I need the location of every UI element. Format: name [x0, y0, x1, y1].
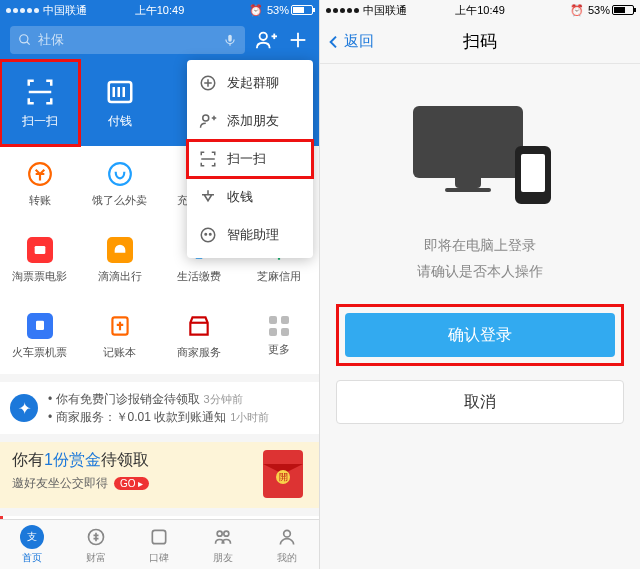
tab-koubei[interactable]: 口碑	[128, 520, 192, 569]
pay-label: 付钱	[108, 113, 132, 130]
tab-me[interactable]: 我的	[255, 520, 319, 569]
carrier-label: 中国联通	[363, 3, 407, 18]
svg-point-16	[109, 163, 131, 185]
tab-friends[interactable]: 朋友	[191, 520, 255, 569]
search-icon	[18, 33, 32, 47]
right-phone-scan-login: 中国联通 上午10:49 ⏰ 53% 返回 扫码 即将在电脑上登录 请确认是否本…	[320, 0, 640, 569]
menu-group-chat[interactable]: 发起群聊	[187, 64, 313, 102]
menu-assistant[interactable]: 智能助理	[187, 216, 313, 254]
search-placeholder: 社保	[38, 31, 64, 49]
group-chat-icon	[199, 74, 217, 92]
plus-dropdown-menu: 发起群聊 添加朋友 扫一扫 收钱 智能助理	[187, 60, 313, 258]
reward-banner[interactable]: 你有1份赏金待领取 邀好友坐公交即得GO ▸ 開	[0, 442, 319, 508]
grid-transfer[interactable]: 转账	[0, 146, 80, 222]
menu-collect[interactable]: 收钱	[187, 178, 313, 216]
search-row: 社保	[0, 20, 319, 60]
contacts-icon[interactable]	[255, 29, 277, 51]
grid-train[interactable]: 火车票机票	[0, 298, 80, 374]
grid-more[interactable]: 更多	[239, 298, 319, 374]
grid-merchant[interactable]: 商家服务	[160, 298, 240, 374]
add-friend-icon	[199, 112, 217, 130]
scan-label: 扫一扫	[22, 113, 58, 130]
svg-point-33	[203, 115, 209, 121]
friends-icon	[211, 525, 235, 549]
alarm-icon: ⏰	[249, 4, 263, 17]
scan-small-icon	[199, 150, 217, 168]
action-buttons: 确认登录 取消	[320, 304, 640, 424]
desktop-login-illustration	[405, 106, 555, 206]
movie-icon	[27, 237, 53, 263]
svg-point-38	[205, 234, 207, 236]
transfer-icon	[27, 161, 53, 187]
svg-point-3	[260, 33, 267, 40]
svg-rect-2	[228, 35, 232, 42]
chevron-left-icon	[326, 34, 342, 50]
tab-home[interactable]: 支首页	[0, 520, 64, 569]
clock-label: 上午10:49	[455, 3, 505, 18]
status-bar: 中国联通 上午10:49 ⏰ 53%	[320, 0, 640, 20]
svg-line-1	[27, 42, 30, 45]
more-icon	[269, 316, 289, 336]
grid-didi[interactable]: 滴滴出行	[80, 222, 160, 298]
svg-rect-21	[35, 246, 46, 254]
svg-point-27	[217, 531, 222, 536]
grid-eleme[interactable]: 饿了么外卖	[80, 146, 160, 222]
page-title: 扫码	[463, 30, 497, 53]
signal-icon	[6, 8, 39, 13]
plus-icon[interactable]	[287, 29, 309, 51]
signal-icon	[326, 8, 359, 13]
clock-label: 上午10:49	[135, 3, 185, 18]
svg-point-29	[284, 530, 291, 537]
food-icon	[107, 161, 133, 187]
menu-add-friend[interactable]: 添加朋友	[187, 102, 313, 140]
search-input[interactable]: 社保	[10, 26, 245, 54]
battery-indicator: 53%	[267, 4, 313, 16]
svg-point-28	[224, 531, 229, 536]
phone-icon	[515, 146, 551, 204]
back-button[interactable]: 返回	[326, 32, 374, 51]
monitor-icon	[413, 106, 523, 178]
confirm-text: 即将在电脑上登录 请确认是否本人操作	[320, 232, 640, 284]
pay-button[interactable]: 付钱	[80, 60, 160, 146]
alarm-icon: ⏰	[570, 4, 584, 17]
battery-indicator: 53%	[588, 4, 634, 16]
grid-movie[interactable]: 淘票票电影	[0, 222, 80, 298]
svg-rect-26	[153, 530, 166, 543]
go-badge[interactable]: GO ▸	[114, 477, 149, 490]
svg-point-37	[201, 228, 215, 242]
confirm-highlight-box: 确认登录	[336, 304, 624, 366]
svg-point-0	[20, 35, 28, 43]
confirm-login-button[interactable]: 确认登录	[345, 313, 615, 357]
menu-scan[interactable]: 扫一扫	[187, 140, 313, 178]
tab-wealth[interactable]: 财富	[64, 520, 128, 569]
scan-button[interactable]: 扫一扫	[0, 60, 80, 146]
collect-small-icon	[199, 188, 217, 206]
svg-point-39	[210, 234, 212, 236]
tab-bar: 支首页 财富 口碑 朋友 我的	[0, 519, 319, 569]
train-icon	[27, 313, 53, 339]
shop-icon	[186, 313, 212, 339]
feed-lines: • 你有免费门诊报销金待领取3分钟前 • 商家服务：￥0.01 收款到账通知1小…	[48, 390, 309, 426]
status-bar: 中国联通 上午10:49 ⏰ 53%	[0, 0, 319, 20]
cancel-button[interactable]: 取消	[336, 380, 624, 424]
grid-bookkeeping[interactable]: 记账本	[80, 298, 160, 374]
profile-icon	[275, 525, 299, 549]
carrier-label: 中国联通	[43, 3, 87, 18]
red-envelope-icon: 開	[263, 450, 303, 498]
alipay-logo-icon: 支	[20, 525, 44, 549]
svg-rect-23	[36, 320, 44, 329]
ant-icon: ✦	[10, 394, 38, 422]
assistant-icon	[199, 226, 217, 244]
scan-icon	[25, 77, 55, 107]
book-icon	[107, 313, 133, 339]
didi-icon	[107, 237, 133, 263]
nav-bar: 返回 扫码	[320, 20, 640, 64]
koubei-icon	[147, 525, 171, 549]
wealth-icon	[84, 525, 108, 549]
voice-icon[interactable]	[223, 33, 237, 47]
left-phone-alipay-home: 中国联通 上午10:49 ⏰ 53% 社保	[0, 0, 320, 569]
notification-feed[interactable]: ✦ • 你有免费门诊报销金待领取3分钟前 • 商家服务：￥0.01 收款到账通知…	[0, 382, 319, 434]
pay-icon	[105, 77, 135, 107]
